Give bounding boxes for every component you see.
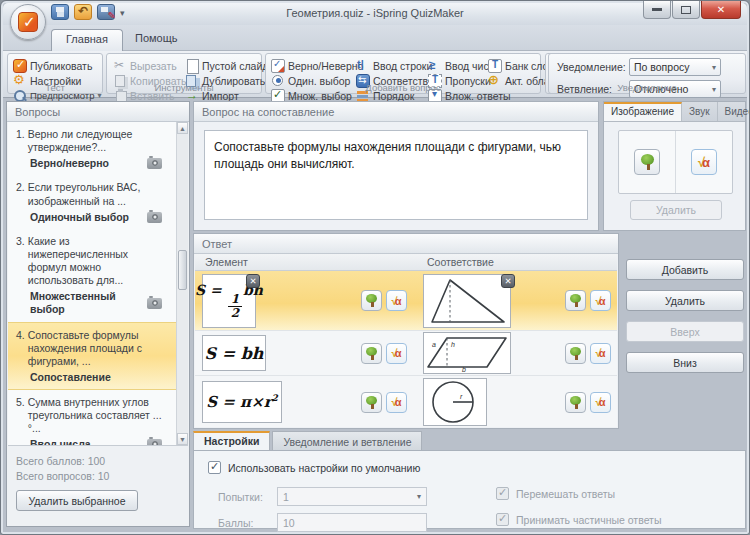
tab-feedback-branching[interactable]: Уведомление и ветвление	[272, 431, 422, 450]
blank-slide-icon	[185, 59, 199, 73]
insert-image-icon[interactable]	[565, 392, 586, 413]
insert-image-icon[interactable]	[361, 392, 382, 413]
match-cell: ✕	[421, 271, 617, 330]
insert-image-icon[interactable]	[634, 149, 660, 175]
element-image[interactable]: S = π×r2	[202, 381, 282, 423]
match-image[interactable]: r	[423, 378, 487, 426]
match-image[interactable]: ✕	[423, 274, 511, 328]
ribbon-tabstrip: Главная Помощь	[3, 25, 747, 51]
truefalse-button[interactable]: Верно/Неверно	[271, 58, 363, 73]
tab-video[interactable]: Видео	[718, 102, 750, 121]
tab-image[interactable]: Изображение	[604, 102, 682, 121]
questions-scrollbar[interactable]: ▲ ▼	[176, 122, 188, 445]
question-item-1[interactable]: 1.Верно ли следующее утверждение?... Вер…	[8, 122, 188, 175]
element-media-buttons	[361, 343, 407, 364]
default-settings-checkbox[interactable]	[208, 461, 221, 474]
element-image[interactable]: S = 12bh ✕	[202, 274, 256, 328]
parallelogram-figure: a h b	[424, 333, 510, 373]
move-down-button[interactable]: Вниз	[626, 352, 744, 373]
element-cell: S = 12bh ✕	[195, 271, 421, 330]
question-item-5[interactable]: 5.Сумма внутренних углов треугольника со…	[8, 390, 188, 446]
total-questions: Всего вопросов: 10	[16, 470, 180, 482]
add-row-button[interactable]: Добавить	[626, 259, 744, 280]
insert-formula-icon[interactable]	[386, 290, 407, 311]
question-text-input[interactable]: Сопоставьте формулы нахождения площади с…	[204, 130, 588, 220]
partial-checkbox[interactable]	[496, 513, 509, 526]
question-text: Верно ли следующее утверждение?...	[28, 128, 166, 154]
insert-formula-icon[interactable]	[386, 343, 407, 364]
match-media-buttons	[565, 290, 611, 311]
blank-slide-button[interactable]: Пустой слайд	[185, 58, 268, 73]
attempts-select[interactable]: 1 ▾	[277, 487, 427, 506]
match-cell: r	[421, 376, 617, 428]
question-panel: Вопрос на сопоставление Сопоставьте форм…	[193, 101, 599, 231]
qat-customize-icon[interactable]: ▾	[120, 6, 125, 18]
insert-image-icon[interactable]	[565, 290, 586, 311]
move-up-button[interactable]: Вверх	[626, 321, 744, 342]
question-item-3[interactable]: 3.Какие из нижеперечисленных формул можн…	[8, 229, 188, 322]
answer-row-2[interactable]: S = bh a h b	[195, 331, 617, 376]
text-entry-button[interactable]: Ввод строки	[356, 58, 432, 73]
cut-button[interactable]: Вырезать	[113, 58, 177, 73]
question-type-label: Верно/неверно	[30, 157, 109, 170]
points-label: Баллы:	[218, 517, 270, 529]
scroll-up-icon[interactable]: ▲	[177, 122, 188, 134]
delete-selected-button[interactable]: Удалить выбранное	[16, 490, 138, 511]
points-row: Баллы: 10	[218, 513, 427, 532]
close-button[interactable]: ✕	[701, 1, 741, 19]
delete-row-button[interactable]: Удалить	[626, 290, 744, 311]
scroll-down-icon[interactable]: ▼	[177, 433, 188, 445]
insert-image-icon[interactable]	[361, 290, 382, 311]
insert-image-icon[interactable]	[361, 343, 382, 364]
question-item-4-selected[interactable]: 4.Сопоставьте формулы нахождения площади…	[8, 322, 188, 391]
shuffle-checkbox[interactable]	[496, 487, 509, 500]
element-image[interactable]: S = bh	[202, 335, 266, 371]
app-menu-button[interactable]	[10, 4, 46, 40]
insert-formula-icon[interactable]	[691, 149, 717, 175]
chevron-down-icon: ▾	[417, 492, 421, 501]
cut-icon	[113, 59, 127, 73]
question-item-2[interactable]: 2.Если треугольник ВАС, изображенный на …	[8, 175, 188, 228]
tab-audio[interactable]: Звук	[682, 102, 718, 121]
scrollbar-thumb[interactable]	[178, 250, 187, 290]
media-delete-button[interactable]: Удалить	[630, 200, 722, 220]
insert-formula-icon[interactable]	[386, 392, 407, 413]
tab-help[interactable]: Помощь	[121, 29, 192, 51]
insert-image-icon[interactable]	[565, 343, 586, 364]
svg-text:r: r	[460, 393, 463, 400]
remove-match-icon[interactable]: ✕	[501, 274, 515, 288]
question-text: Сумма внутренних углов треугольника сост…	[28, 396, 166, 435]
publish-label: Публиковать	[30, 60, 92, 72]
blank-slide-label: Пустой слайд	[202, 60, 268, 72]
save-as-icon[interactable]	[97, 4, 115, 20]
attempts-label: Попытки:	[218, 491, 270, 503]
remove-element-icon[interactable]: ✕	[246, 274, 260, 288]
feedback-mode-select[interactable]: По вопросу ▾	[629, 58, 721, 76]
publish-button[interactable]: Публиковать	[13, 58, 92, 73]
tab-home[interactable]: Главная	[51, 29, 123, 51]
element-cell: S = π×r2	[195, 376, 421, 428]
text-entry-icon	[356, 59, 370, 73]
quick-access-toolbar: ▾	[51, 4, 125, 20]
word-bank-icon	[488, 59, 502, 73]
match-image[interactable]: a h b	[423, 332, 511, 374]
insert-formula-icon[interactable]	[590, 343, 611, 364]
ribbon: Публиковать Настройки Предпросмотр▾ Тест…	[3, 51, 747, 98]
points-input[interactable]: 10	[277, 513, 427, 532]
feedback-mode-value: По вопросу	[634, 61, 689, 73]
match-media-buttons	[565, 343, 611, 364]
maximize-button[interactable]	[672, 1, 700, 19]
element-media-buttons	[361, 392, 407, 413]
tab-settings[interactable]: Настройки	[193, 431, 270, 450]
save-icon[interactable]	[51, 4, 69, 20]
answer-row-1[interactable]: S = 12bh ✕ ✕	[195, 271, 617, 331]
insert-formula-icon[interactable]	[590, 392, 611, 413]
settings-body: Использовать настройки по умолчанию Попы…	[193, 450, 746, 529]
shuffle-label: Перемешать ответы	[516, 488, 615, 500]
default-settings-label: Использовать настройки по умолчанию	[228, 462, 420, 474]
answer-row-3[interactable]: S = π×r2 r	[195, 376, 617, 428]
minimize-button[interactable]	[643, 1, 671, 19]
undo-icon[interactable]	[74, 4, 92, 20]
insert-formula-icon[interactable]	[590, 290, 611, 311]
attempts-value: 1	[283, 491, 289, 503]
